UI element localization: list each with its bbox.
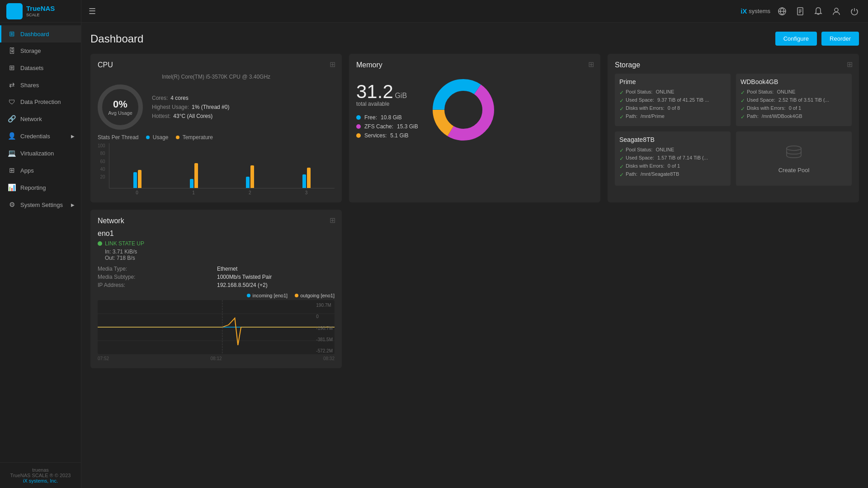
sidebar-icon-shares: ⇄ [8,81,16,89]
cpu-highest-label: Highest Usage: [152,104,189,110]
sidebar-item-apps[interactable]: ⊞ Apps [0,162,81,179]
net-yaxis: 190.7M 0 -190.7M -381.5M -572.2M [316,301,333,355]
cpu-stat-cores: Cores: 4 cores [152,95,229,101]
sidebar-icon-credentials: 👤 [8,132,16,140]
hamburger-menu[interactable]: ☰ [89,6,96,16]
svg-point-15 [787,146,801,150]
svg-rect-2 [9,12,14,17]
memory-free: Free: 10.8 GiB [356,114,418,121]
ip-label: IP Address: [98,282,215,288]
cpu-chart-legend: Stats Per Thread Usage Temperature [98,134,335,141]
cpu-legend-label: Stats Per Thread [98,134,139,141]
page-actions: Configure Reorder [775,32,859,46]
pool-prime-status: ✓ Pool Status: ONLINE [619,89,726,96]
net-status-dot [98,241,102,246]
memory-title: Memory [356,61,593,69]
create-pool-icon [785,144,803,163]
cpu-gauge: 0% Avg Usage [98,84,143,130]
cpu-stat-highest: Highest Usage: 1% (Thread #0) [152,104,229,110]
memory-total-label: total available [356,101,418,107]
memory-free-val: 10.8 GiB [381,114,402,121]
topbar: ☰ iX systems [81,0,868,23]
cpu-gauge-value: 0% [113,99,127,110]
cpu-hottest-value: 43°C (All Cores) [173,113,212,119]
net-out: Out: 718 B/s [105,255,335,261]
sidebar-item-storage[interactable]: 🗄 Storage [0,42,81,59]
sidebar-label-network: Network [20,116,42,122]
sidebar-icon-network: 🔗 [8,115,16,123]
pool-seagate-used: ✓ Used Space: 1.57 TiB of 7.14 TiB (... [619,155,726,162]
ip-val: 192.168.8.50/24 (+2) [217,282,335,288]
main-content: Dashboard Configure Reorder CPU ⊞ Intel(… [81,23,868,488]
sidebar-nav: ⊞ Dashboard 🗄 Storage ⊞ Datasets ⇄ Share… [0,23,81,462]
cpu-cores-value: 4 cores [170,95,188,101]
sidebar-label-datasets: Datasets [20,65,43,71]
network-io: In: 3.71 KiB/s Out: 718 B/s [105,249,335,261]
memory-services: Services: 5.1 GiB [356,132,418,139]
page-title: Dashboard [90,33,143,45]
cpu-usage-legend: Usage [146,134,169,141]
sidebar-item-network[interactable]: 🔗 Network [0,110,81,127]
network-chart-icon[interactable]: ⊞ [330,216,335,225]
sidebar-item-datasets[interactable]: ⊞ Datasets [0,59,81,76]
sidebar-item-data-protection[interactable]: 🛡 Data Protection [0,94,81,110]
cpu-card: CPU ⊞ Intel(R) Core(TM) i5-3570K CPU @ 3… [90,54,342,202]
pool-seagate-name: Seagate8TB [619,136,726,143]
media-subtype-label: Media Subtype: [98,274,215,280]
sidebar-item-shares[interactable]: ⇄ Shares [0,76,81,94]
sidebar-item-system-settings[interactable]: ⚙ System Settings ▶ [0,196,81,213]
pool-wdbook-path: ✓ Path: /mnt/WDBook4GB [741,113,847,120]
topbar-power-icon[interactable] [848,5,861,18]
footer-link[interactable]: iX systems, Inc. [6,478,75,483]
sidebar-label-shares: Shares [20,82,39,89]
interface-name: eno1 [98,230,335,238]
sidebar: TrueNAS SCALE ⊞ Dashboard 🗄 Storage ⊞ Da… [0,0,81,488]
cpu-chart-icon[interactable]: ⊞ [330,60,335,69]
memory-chart-icon[interactable]: ⊞ [588,60,594,69]
topbar-logo: iX systems [741,7,770,15]
storage-chart-icon[interactable]: ⊞ [847,60,853,69]
storage-title: Storage [615,61,852,69]
cpu-stats: Cores: 4 cores Highest Usage: 1% (Thread… [152,95,229,119]
cpu-subtitle: Intel(R) Core(TM) i5-3570K CPU @ 3.40GHz [98,74,335,80]
cpu-temp-legend: Temperature [176,134,213,141]
cpu-title: CPU [98,61,335,69]
logo-subtitle: SCALE [26,13,55,17]
cpu-chart-bars [109,143,335,188]
sidebar-item-reporting[interactable]: 📊 Reporting [0,179,81,196]
svg-rect-0 [9,6,14,11]
sidebar-label-reporting: Reporting [20,184,46,191]
net-outgoing-label: outgoing [eno1] [300,293,335,298]
pool-seagate-status: ✓ Pool Status: ONLINE [619,147,726,154]
logo-icon [6,3,23,19]
memory-total-unit: GiB [395,92,407,99]
cpu-cores-label: Cores: [152,95,168,101]
configure-button[interactable]: Configure [775,32,817,46]
sidebar-label-virtualization: Virtualization [20,150,54,157]
reorder-button[interactable]: Reorder [821,32,859,46]
sidebar-item-credentials[interactable]: 👤 Credentials ▶ [0,127,81,145]
dashboard-grid: CPU ⊞ Intel(R) Core(TM) i5-3570K CPU @ 3… [90,54,859,368]
storage-card: Storage ⊞ Prime ✓ Pool Status: ONLINE ✓ … [608,54,859,202]
sidebar-arrow-system-settings: ▶ [71,202,75,207]
net-outgoing-legend: outgoing [eno1] [295,293,335,298]
topbar-docs-icon[interactable] [794,5,807,18]
network-interface: eno1 LINK STATE UP In: 3.71 KiB/s Out: 7… [98,230,335,261]
cpu-chart: Stats Per Thread Usage Temperature 10080… [98,134,335,195]
memory-total-val: 31.2 [356,81,393,102]
topbar-notifications-icon[interactable] [812,5,825,18]
sidebar-icon-system-settings: ⚙ [8,201,16,209]
sidebar-item-virtualization[interactable]: 💻 Virtualization [0,145,81,162]
create-pool-button[interactable]: Create Pool [736,131,852,186]
net-xaxis: 07:5208:1208:32 [98,356,335,361]
topbar-account-icon[interactable] [830,5,843,18]
pool-wdbook-status: ✓ Pool Status: ONLINE [741,89,847,96]
memory-legend: Free: 10.8 GiB ZFS Cache: 15.3 GiB Servi… [356,114,418,139]
sidebar-item-dashboard[interactable]: ⊞ Dashboard [0,25,81,42]
sidebar-icon-dashboard: ⊞ [8,30,16,38]
net-incoming-label: incoming [eno1] [252,293,288,298]
cpu-xaxis: 0123 [109,188,335,195]
sidebar-label-apps: Apps [20,167,34,174]
topbar-connect-icon[interactable] [776,5,788,18]
memory-zfs-val: 15.3 GiB [397,123,418,130]
